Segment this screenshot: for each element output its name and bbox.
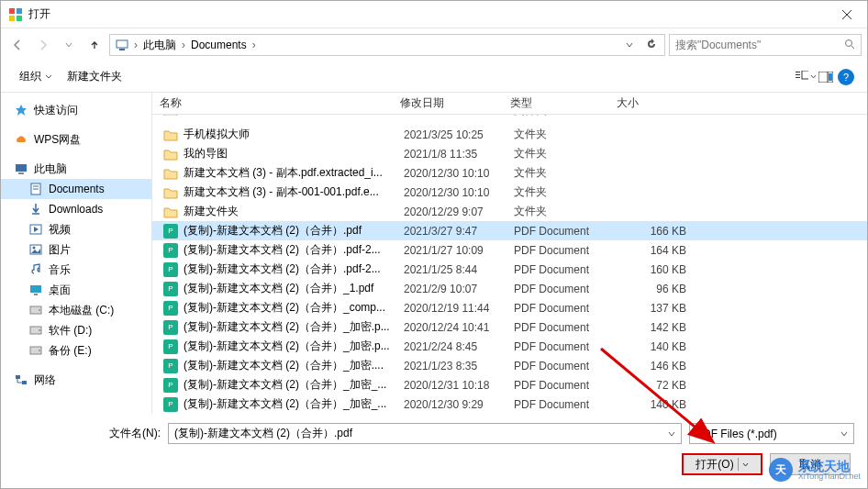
file-type: 文件夹 [514, 204, 620, 219]
file-row[interactable]: P(复制)-新建文本文档 (2)（合并）_1.pdf2021/2/9 10:07… [152, 279, 867, 298]
svg-marker-17 [16, 105, 27, 116]
sidebar-item[interactable]: 网络 [1, 370, 151, 390]
open-button[interactable]: 打开(O) [682, 453, 762, 475]
close-button[interactable] [826, 1, 867, 28]
svg-rect-18 [16, 164, 27, 172]
file-row[interactable]: P(复制)-新建文本文档 (2)（合并）_加密_...2020/12/30 9:… [152, 395, 867, 414]
sidebar-item[interactable]: Documents [1, 179, 151, 199]
file-type: PDF Document [514, 379, 620, 392]
drive-icon [28, 323, 43, 338]
new-folder-button[interactable]: 新建文件夹 [60, 65, 129, 88]
column-type[interactable]: 类型 [503, 95, 609, 111]
search-placeholder: 搜索"Documents" [675, 38, 761, 53]
cancel-button[interactable]: 取消 [770, 453, 851, 475]
sidebar-item[interactable]: 音乐 [1, 260, 151, 280]
pdf-icon: P [163, 339, 178, 354]
sidebar-item[interactable]: 备份 (E:) [1, 340, 151, 361]
pdf-icon: P [163, 301, 178, 316]
file-name: 新建文本文档 (3) - 副本.pdf.extracted_i... [184, 165, 404, 181]
up-button[interactable] [83, 34, 106, 56]
file-date: 2020/12/30 10:10 [404, 167, 514, 180]
file-row[interactable]: ZZDJ2021/3/23 9:47文件夹 [152, 115, 867, 116]
net-icon [14, 372, 28, 387]
file-row[interactable]: 新建文本文档 (3) - 副本.pdf.extracted_i...2020/1… [152, 163, 867, 183]
file-name: (复制)-新建文本文档 (2)（合并）_加密.p... [184, 319, 404, 335]
filename-input[interactable]: (复制)-新建文本文档 (2)（合并）.pdf [168, 423, 682, 444]
sidebar-item[interactable]: 此电脑 [1, 159, 151, 179]
svg-rect-27 [30, 285, 41, 293]
recent-dropdown[interactable] [58, 34, 80, 56]
svg-rect-3 [17, 16, 22, 21]
file-row[interactable]: P(复制)-新建文本文档 (2)（合并）.pdf-2...2021/1/25 8… [152, 260, 867, 279]
file-name: 我的导图 [184, 146, 404, 161]
column-name[interactable]: 名称 [152, 95, 393, 111]
file-size: 142 KB [620, 321, 694, 334]
navigation-bar: › 此电脑 › Documents › 搜索"Documents" [1, 28, 867, 61]
filter-select[interactable]: PDF Files (*.pdf) [689, 423, 854, 444]
drive-icon [28, 343, 43, 358]
svg-point-34 [39, 350, 40, 351]
pc-icon [112, 39, 132, 51]
sidebar-item[interactable]: 本地磁盘 (C:) [1, 300, 151, 320]
sidebar-item[interactable]: 视频 [1, 219, 151, 239]
preview-pane-button[interactable] [816, 67, 836, 87]
file-name: (复制)-新建文本文档 (2)（合并）_comp... [184, 300, 404, 316]
sidebar-item[interactable]: 桌面 [1, 280, 151, 300]
file-row[interactable]: P(复制)-新建文本文档 (2)（合并）.pdf2021/3/27 9:47PD… [152, 221, 867, 240]
close-icon [842, 10, 851, 19]
file-row[interactable]: 我的导图2021/1/8 11:35文件夹 [152, 144, 867, 163]
file-size: 96 KB [620, 283, 694, 295]
forward-button[interactable] [32, 34, 54, 56]
file-row[interactable]: 新建文件夹2020/12/29 9:07文件夹 [152, 202, 867, 221]
svg-rect-16 [829, 73, 832, 81]
path-dropdown[interactable] [620, 39, 639, 51]
sidebar-item-label: 此电脑 [34, 161, 67, 177]
sidebar-item[interactable]: 快速访问 [1, 100, 151, 120]
path-box[interactable]: › 此电脑 › Documents › [109, 34, 665, 56]
sidebar-item-label: 音乐 [49, 262, 71, 278]
sidebar: 快速访问WPS网盘此电脑DocumentsDownloads视频图片音乐桌面本地… [1, 93, 152, 414]
sidebar-item[interactable]: 图片 [1, 239, 151, 260]
chevron-right-icon: › [252, 39, 256, 51]
file-row[interactable]: P(复制)-新建文本文档 (2)（合并）_加密....2021/1/23 8:3… [152, 356, 867, 375]
column-size[interactable]: 大小 [609, 95, 683, 111]
sidebar-item-label: WPS网盘 [34, 132, 81, 148]
file-row[interactable]: P(复制)-新建文本文档 (2)（合并）_comp...2020/12/19 1… [152, 298, 867, 317]
column-date[interactable]: 修改日期 [393, 95, 503, 111]
view-options-button[interactable] [796, 67, 816, 87]
refresh-button[interactable] [640, 39, 662, 52]
file-type: PDF Document [514, 244, 620, 257]
file-row[interactable]: P(复制)-新建文本文档 (2)（合并）_加密.p...2020/12/24 1… [152, 317, 867, 337]
chevron-down-icon [840, 430, 848, 438]
file-date: 2021/3/25 10:25 [404, 128, 514, 141]
path-segment[interactable]: Documents [187, 39, 250, 51]
sidebar-item[interactable]: Downloads [1, 199, 151, 219]
file-row[interactable]: 手机模拟大师2021/3/25 10:25文件夹 [152, 125, 867, 144]
file-row[interactable]: P(复制)-新建文本文档 (2)（合并）_加密_...2020/12/31 10… [152, 375, 867, 395]
help-button[interactable]: ? [836, 67, 856, 87]
file-size: 166 KB [620, 225, 694, 238]
file-name: (复制)-新建文本文档 (2)（合并）.pdf [184, 223, 404, 239]
sidebar-item[interactable]: 软件 (D:) [1, 320, 151, 340]
file-name: (复制)-新建文本文档 (2)（合并）_1.pdf [184, 281, 404, 296]
file-name: ZZDJ [184, 115, 404, 116]
svg-point-8 [846, 39, 852, 46]
organize-menu[interactable]: 组织 [12, 65, 60, 88]
music-icon [28, 262, 43, 277]
path-segment[interactable]: 此电脑 [139, 38, 180, 53]
back-button[interactable] [6, 34, 28, 56]
file-row[interactable]: P(复制)-新建文本文档 (2)（合并）_加密.p...2021/2/24 8:… [152, 337, 867, 356]
dialog-title: 打开 [28, 6, 826, 22]
file-date: 2020/12/29 9:07 [404, 206, 514, 218]
file-list[interactable]: ZZDJ2021/3/23 9:47文件夹手机模拟大师2021/3/25 10:… [152, 115, 867, 414]
file-row[interactable]: 新建文本文档 (3) - 副本-001-001.pdf.e...2020/12/… [152, 183, 867, 202]
file-size: 160 KB [620, 263, 694, 276]
column-headers: 名称 修改日期 类型 大小 [152, 93, 867, 115]
svg-rect-28 [34, 294, 38, 295]
bottom-bar: 文件名(N): (复制)-新建文本文档 (2)（合并）.pdf PDF File… [1, 414, 867, 488]
file-row[interactable]: P(复制)-新建文本文档 (2)（合并）.pdf-2...2021/1/27 1… [152, 240, 867, 260]
file-size: 137 KB [620, 302, 694, 315]
search-input[interactable]: 搜索"Documents" [669, 34, 862, 56]
sidebar-item[interactable]: WPS网盘 [1, 129, 151, 150]
file-size: 140 KB [620, 340, 694, 353]
